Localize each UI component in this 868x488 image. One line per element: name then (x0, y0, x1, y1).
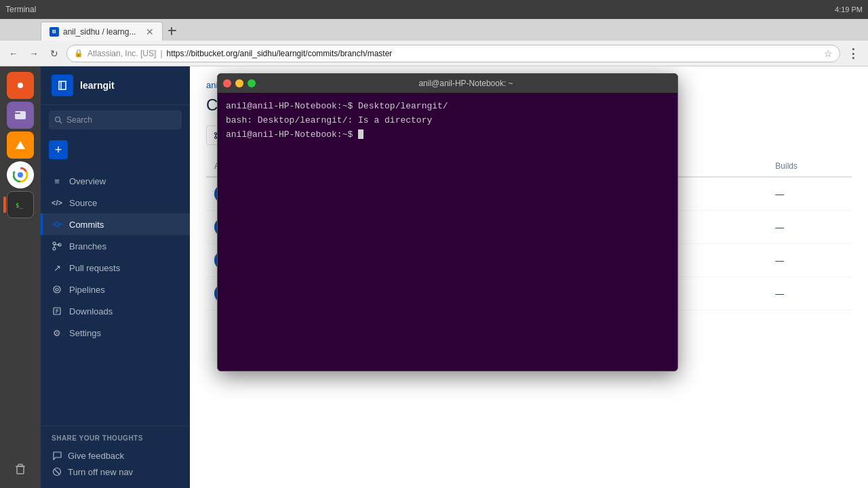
back-button[interactable]: ← (5, 45, 22, 62)
address-bar[interactable]: 🔒 Atlassian, Inc. [US] | https://bitbuck… (66, 45, 840, 62)
share-section-title: SHARE YOUR THOUGHTS (52, 434, 179, 442)
turn-off-nav-label: Turn off new nav (68, 467, 133, 477)
branches-icon (52, 241, 62, 251)
main-content: anil sidhu / learngit Commits master Sho… (190, 66, 868, 488)
dock-files-icon[interactable] (7, 102, 34, 129)
tab-title: anil_sidhu / learng... (63, 27, 136, 37)
browser-menu-button[interactable]: ⋮ (844, 46, 863, 61)
svg-marker-6 (16, 141, 25, 149)
tab-favicon: B (50, 27, 59, 37)
search-placeholder: Search (66, 115, 92, 125)
sidebar-item-overview[interactable]: ≡ Overview (41, 170, 190, 192)
svg-point-24 (56, 288, 58, 291)
topbar-time: 4:19 PM (835, 5, 863, 14)
dock-vlc-icon[interactable] (7, 131, 34, 159)
terminal-body[interactable]: anil@anil-HP-Notebook:~$ Desktop/learngi… (218, 93, 677, 371)
svg-rect-5 (15, 113, 20, 114)
sidebar-item-commits-label: Commits (69, 220, 104, 230)
give-feedback-item[interactable]: Give feedback (52, 447, 179, 464)
svg-rect-4 (15, 111, 26, 119)
feedback-icon (52, 450, 62, 461)
pull-requests-icon: ↗ (52, 262, 62, 273)
svg-point-8 (18, 172, 23, 178)
repo-icon (52, 75, 73, 96)
dock-ubuntu-icon[interactable] (7, 72, 34, 99)
turn-off-nav-icon (52, 466, 62, 477)
terminal-title: anil@anil-HP-Notebook: ~ (260, 79, 672, 88)
sidebar-header: learngit (41, 66, 190, 105)
sidebar-item-downloads-label: Downloads (69, 306, 113, 317)
dock-trash-icon[interactable] (7, 455, 34, 483)
address-separator: | (160, 49, 162, 58)
overview-icon: ≡ (52, 176, 62, 186)
bookmark-star-icon[interactable]: ☆ (824, 48, 833, 59)
terminal-line-3: anil@anil-HP-Notebook:~$ (226, 128, 669, 142)
svg-point-16 (55, 222, 59, 226)
terminal-line-1: anil@anil-HP-Notebook:~$ Desktop/learngi… (226, 100, 669, 114)
svg-point-20 (53, 247, 56, 250)
topbar-left: Terminal (5, 5, 36, 14)
forward-button[interactable]: → (26, 45, 42, 62)
give-feedback-label: Give feedback (68, 451, 124, 461)
refresh-button[interactable]: ↻ (46, 45, 62, 62)
sidebar-item-pull-requests[interactable]: ↗ Pull requests (41, 257, 190, 279)
commit-builds: — (767, 177, 852, 211)
terminal-window[interactable]: anil@anil-HP-Notebook: ~ anil@anil-HP-No… (217, 73, 678, 371)
terminal-text-2: bash: Desktop/learngit/: Is a directory (226, 115, 432, 125)
sidebar-item-commits[interactable]: Commits (41, 214, 190, 235)
repo-name: learngit (80, 80, 115, 91)
add-button[interactable]: + (49, 140, 68, 159)
commit-builds: — (767, 244, 852, 277)
sidebar-share-section: SHARE YOUR THOUGHTS Give feedback Turn o… (41, 426, 190, 488)
svg-rect-1 (171, 27, 172, 35)
commits-icon (52, 219, 62, 230)
terminal-cursor (358, 129, 363, 139)
sidebar-item-overview-label: Overview (69, 176, 106, 186)
commit-builds: — (767, 277, 852, 310)
sidebar-item-branches[interactable]: Branches (41, 235, 190, 257)
address-text: https://bitbucket.org/anil_sidhu/learngi… (167, 49, 393, 58)
sidebar-add[interactable]: + (41, 135, 190, 165)
svg-text:$_: $_ (16, 202, 23, 209)
issuer-text: Atlassian, Inc. [US] (87, 49, 156, 58)
sidebar-item-pull-requests-label: Pull requests (69, 263, 120, 273)
svg-rect-13 (18, 464, 22, 466)
terminal-maximize-button[interactable] (248, 79, 256, 87)
bitbucket-sidebar: learngit Search + ≡ Overview </> Source (41, 66, 190, 488)
browser-tab-active[interactable]: B anil_sidhu / learng... ✕ (41, 22, 163, 41)
topbar-right: 4:19 PM (835, 5, 863, 14)
browser-tabs: B anil_sidhu / learng... ✕ (0, 19, 868, 41)
dock-terminal-icon[interactable]: $_ (7, 191, 34, 218)
sidebar-item-source[interactable]: </> Source (41, 192, 190, 214)
terminal-titlebar: anil@anil-HP-Notebook: ~ (218, 74, 677, 93)
tab-close-button[interactable]: ✕ (146, 26, 154, 37)
sidebar-item-downloads[interactable]: Downloads (41, 300, 190, 322)
source-icon: </> (52, 197, 62, 208)
topbar-title: Terminal (5, 5, 36, 14)
ssl-lock-icon: 🔒 (74, 49, 83, 58)
sidebar-search[interactable]: Search (41, 105, 190, 135)
sidebar-item-pipelines-label: Pipelines (69, 285, 105, 295)
svg-rect-11 (17, 466, 24, 474)
turn-off-nav-item[interactable]: Turn off new nav (52, 464, 179, 480)
sidebar-item-branches-label: Branches (69, 241, 106, 251)
svg-point-14 (56, 117, 60, 122)
terminal-close-button[interactable] (223, 79, 231, 87)
ubuntu-topbar: Terminal 4:19 PM (0, 0, 868, 19)
terminal-text-3: anil@anil-HP-Notebook:~$ (226, 129, 358, 140)
pipelines-icon (52, 284, 62, 295)
svg-point-3 (18, 83, 23, 88)
settings-icon: ⚙ (52, 327, 62, 338)
main-layout: $_ learngit Search + ≡ Ov (0, 66, 868, 488)
new-tab-button[interactable] (163, 22, 182, 41)
sidebar-item-pipelines[interactable]: Pipelines (41, 279, 190, 300)
sidebar-item-settings[interactable]: ⚙ Settings (41, 322, 190, 344)
svg-line-30 (55, 470, 60, 474)
dock-chrome-icon[interactable] (7, 161, 34, 188)
browser-toolbar: ← → ↻ 🔒 Atlassian, Inc. [US] | https://b… (0, 41, 868, 66)
terminal-minimize-button[interactable] (235, 79, 243, 87)
col-builds: Builds (767, 156, 852, 177)
svg-line-15 (60, 121, 62, 124)
sidebar-nav: ≡ Overview </> Source Commits Branches (41, 165, 190, 426)
sidebar-item-source-label: Source (69, 198, 97, 208)
